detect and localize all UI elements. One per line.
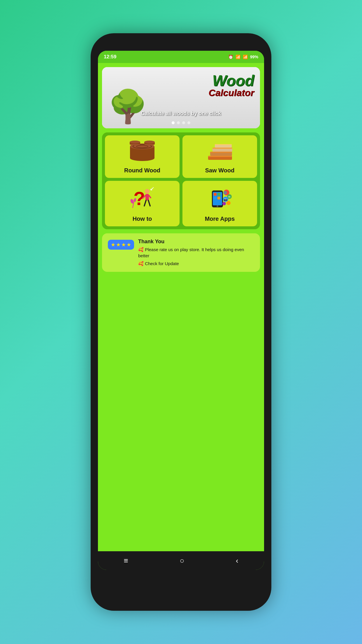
- svg-point-27: [152, 188, 153, 189]
- svg-point-28: [153, 187, 154, 188]
- star-3: ★: [121, 242, 126, 248]
- round-wood-button[interactable]: Round Wood: [105, 135, 180, 178]
- dot-4: [187, 121, 190, 124]
- battery-text: 99%: [250, 55, 258, 59]
- svg-rect-35: [214, 193, 217, 196]
- star-1: ★: [111, 242, 115, 248]
- svg-rect-12: [208, 156, 232, 157]
- tree-icon: 🌳: [108, 90, 148, 123]
- saw-wood-button[interactable]: Saw Wood: [182, 135, 257, 178]
- svg-point-42: [226, 201, 231, 205]
- svg-rect-38: [217, 197, 220, 200]
- menu-nav-icon[interactable]: ≡: [124, 556, 128, 565]
- svg-line-25: [148, 200, 150, 206]
- star-2: ★: [116, 242, 121, 248]
- banner-calculator-title: Calculator: [209, 88, 254, 97]
- saw-wood-icon: [207, 141, 233, 164]
- phone-screen: 12:59 ⏰ 📶 📶 99% 🌳 Wood Calculator Calcul…: [98, 51, 264, 570]
- more-apps-label: More Apps: [205, 216, 235, 222]
- thank-text-block: Thank You 🥰 Please rate us on play store…: [138, 239, 254, 267]
- feature-grid: Round Wood: [102, 132, 260, 229]
- how-to-icon: ?: [129, 186, 155, 213]
- svg-point-34: [217, 205, 218, 207]
- thank-rate-line: 🥰 Please rate us on play store. It helps…: [138, 246, 254, 259]
- saw-wood-label: Saw Wood: [205, 167, 235, 174]
- signal-icon-1: 📶: [236, 55, 240, 59]
- svg-rect-18: [215, 144, 232, 145]
- svg-text:✉: ✉: [228, 195, 231, 198]
- home-nav-icon[interactable]: ○: [180, 556, 184, 565]
- more-apps-icon: 🌐 ✉ 📷: [207, 186, 233, 213]
- banner-background: 🌳 Wood Calculator Calculate all woods by…: [102, 67, 260, 128]
- thank-you-card[interactable]: ★ ★ ★ ★ Thank You 🥰 Please rate us on pl…: [102, 233, 260, 272]
- svg-rect-21: [145, 194, 149, 200]
- svg-rect-37: [214, 197, 217, 200]
- svg-line-23: [149, 195, 151, 198]
- status-bar: 12:59 ⏰ 📶 📶 99%: [98, 51, 264, 63]
- banner-text-block: Wood Calculator: [209, 73, 254, 97]
- dot-3: [182, 121, 185, 124]
- svg-point-7: [130, 141, 140, 144]
- svg-point-43: [222, 202, 226, 205]
- bottom-nav: ≡ ○ ‹: [98, 551, 264, 570]
- phone-frame: 12:59 ⏰ 📶 📶 99% 🌳 Wood Calculator Calcul…: [91, 33, 271, 611]
- svg-point-20: [145, 189, 150, 194]
- banner-subtitle: Calculate all woods by one click: [102, 111, 260, 117]
- svg-rect-36: [217, 193, 220, 196]
- svg-rect-16: [212, 148, 232, 149]
- svg-text:📷: 📷: [224, 197, 228, 201]
- signal-icon-2: 📶: [243, 55, 248, 59]
- round-wood-icon: [129, 141, 155, 164]
- dot-1: [172, 121, 175, 124]
- how-to-label: How to: [133, 216, 152, 222]
- dot-2: [177, 121, 180, 124]
- status-time: 12:59: [104, 54, 116, 60]
- star-4: ★: [126, 242, 131, 248]
- banner-dots: [102, 121, 260, 124]
- how-to-button[interactable]: ?: [105, 181, 180, 226]
- svg-text:🌐: 🌐: [223, 191, 227, 195]
- banner-card[interactable]: 🌳 Wood Calculator Calculate all woods by…: [102, 67, 260, 128]
- more-apps-button[interactable]: 🌐 ✉ 📷 More Apps: [182, 181, 257, 226]
- status-icons: ⏰ 📶 📶 99%: [228, 55, 258, 59]
- svg-rect-14: [210, 152, 232, 153]
- thank-update-line: 🥰 Check for Update: [138, 260, 254, 267]
- svg-point-26: [150, 189, 152, 190]
- round-wood-label: Round Wood: [124, 167, 160, 174]
- screen-content: 🌳 Wood Calculator Calculate all woods by…: [98, 63, 264, 551]
- banner-wood-title: Wood: [212, 73, 254, 88]
- svg-point-10: [144, 141, 155, 144]
- stars-block: ★ ★ ★ ★: [108, 240, 134, 250]
- alarm-icon: ⏰: [228, 55, 233, 59]
- back-nav-icon[interactable]: ‹: [236, 556, 238, 565]
- thank-you-title: Thank You: [138, 239, 254, 245]
